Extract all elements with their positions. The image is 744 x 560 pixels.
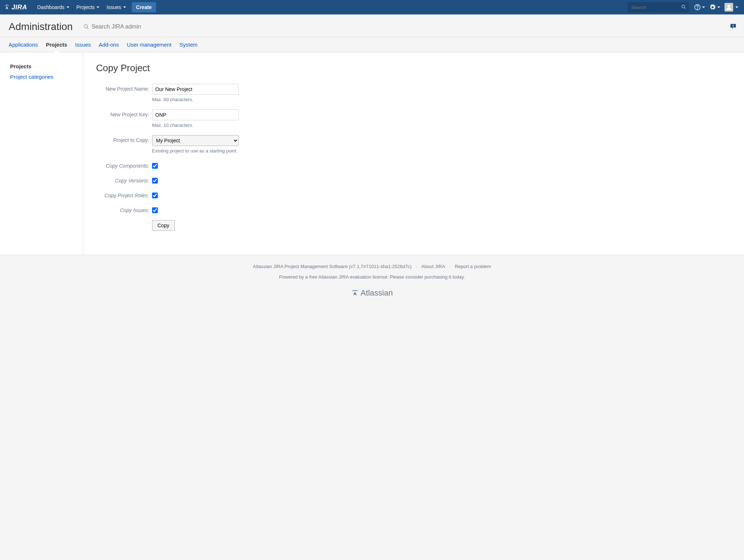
- row-copy-versions: Copy Versions:: [96, 176, 731, 185]
- label-project-name: New Project Name:: [96, 84, 152, 92]
- row-copy-components: Copy Components:: [96, 161, 731, 170]
- chevron-down-icon: [735, 7, 738, 8]
- svg-point-0: [7, 5, 8, 6]
- label-copy-versions: Copy Versions:: [96, 176, 152, 184]
- nav-projects[interactable]: Projects: [73, 0, 103, 14]
- nav-projects-label: Projects: [77, 4, 95, 10]
- top-nav: JIRA Dashboards Projects Issues Create: [0, 0, 744, 14]
- label-copy-roles: Copy Project Roles:: [96, 190, 152, 198]
- help-icon: [694, 4, 701, 10]
- footer-report-link[interactable]: Report a problem: [455, 264, 491, 269]
- hint-project-key: Max. 10 characters.: [152, 122, 259, 128]
- checkbox-copy-issues[interactable]: [152, 207, 158, 213]
- svg-line-9: [87, 27, 88, 29]
- select-project-to-copy[interactable]: My Project: [152, 135, 239, 146]
- nav-issues[interactable]: Issues: [103, 0, 129, 14]
- tab-issues[interactable]: Issues: [75, 37, 91, 52]
- chevron-down-icon: [123, 7, 126, 8]
- sidebar: Projects Project categories: [0, 52, 83, 255]
- jira-logo-text: JIRA: [12, 4, 27, 11]
- admin-title: Administration: [9, 21, 73, 33]
- row-project-key: New Project Key: Max. 10 characters.: [96, 109, 731, 133]
- copy-button[interactable]: Copy: [152, 220, 175, 231]
- svg-point-6: [697, 9, 697, 9]
- row-copy-roles: Copy Project Roles:: [96, 190, 731, 199]
- svg-rect-11: [733, 26, 734, 27]
- svg-point-1: [5, 5, 6, 6]
- svg-rect-10: [733, 25, 734, 26]
- nav-dashboards-label: Dashboards: [37, 4, 65, 10]
- chevron-down-icon: [702, 7, 705, 8]
- atlassian-logo-text: Atlassian: [360, 288, 393, 298]
- hint-project-to-copy: Existing project to use as a starting po…: [152, 148, 259, 154]
- footer-license: Powered by a free Atlassian JIRA evaluat…: [9, 274, 735, 280]
- admin-header: Administration: [0, 14, 744, 37]
- content: Copy Project New Project Name: Max. 80 c…: [83, 52, 744, 255]
- tab-system[interactable]: System: [179, 37, 198, 52]
- feedback-button[interactable]: [730, 23, 737, 31]
- footer-about-link[interactable]: About JIRA: [421, 264, 445, 269]
- label-project-to-copy: Project to Copy:: [96, 135, 152, 143]
- row-project-name: New Project Name: Max. 80 characters.: [96, 84, 731, 107]
- hint-project-name: Max. 80 characters.: [152, 97, 259, 102]
- svg-point-8: [84, 25, 87, 28]
- checkbox-copy-roles[interactable]: [152, 193, 158, 198]
- row-copy-issues: Copy Issues:: [96, 205, 731, 214]
- separator: ·: [449, 264, 451, 269]
- jira-logo[interactable]: JIRA: [4, 4, 27, 11]
- footer: Atlassian JIRA Project Management Softwa…: [0, 255, 744, 306]
- global-search-input[interactable]: [628, 2, 689, 12]
- atlassian-logo-icon: [351, 289, 359, 297]
- row-submit: Copy: [96, 220, 731, 231]
- svg-point-7: [727, 5, 730, 8]
- chevron-down-icon: [96, 7, 99, 8]
- jira-logo-icon: [4, 4, 10, 10]
- label-copy-issues: Copy Issues:: [96, 205, 152, 213]
- input-project-key[interactable]: [152, 109, 239, 120]
- label-copy-components: Copy Components:: [96, 161, 152, 169]
- nav-issues-label: Issues: [107, 4, 121, 10]
- svg-point-2: [8, 5, 9, 6]
- tab-addons[interactable]: Add-ons: [99, 37, 119, 52]
- nav-dashboards[interactable]: Dashboards: [34, 0, 73, 14]
- avatar: [724, 3, 733, 12]
- page-title: Copy Project: [96, 63, 731, 74]
- footer-software: Atlassian JIRA Project Management Softwa…: [253, 264, 411, 269]
- tab-projects[interactable]: Projects: [46, 37, 67, 52]
- checkbox-copy-components[interactable]: [152, 163, 158, 169]
- gear-icon: [709, 4, 716, 10]
- separator: ·: [416, 264, 417, 269]
- admin-search-wrap: [83, 23, 164, 30]
- label-project-key: New Project Key:: [96, 109, 152, 117]
- svg-point-3: [682, 5, 685, 8]
- main: Projects Project categories Copy Project…: [0, 52, 744, 255]
- checkbox-copy-versions[interactable]: [152, 178, 158, 184]
- search-icon: [83, 24, 89, 30]
- chevron-down-icon: [717, 7, 720, 8]
- admin-search-input[interactable]: [91, 23, 164, 30]
- settings-menu[interactable]: [709, 4, 720, 10]
- search-icon: [681, 4, 686, 10]
- tab-applications[interactable]: Applications: [9, 37, 38, 52]
- svg-line-4: [684, 8, 686, 9]
- footer-row-1: Atlassian JIRA Project Management Softwa…: [9, 264, 735, 269]
- sidebar-item-project-categories[interactable]: Project categories: [10, 72, 83, 82]
- atlassian-logo[interactable]: Atlassian: [9, 288, 735, 298]
- chevron-down-icon: [66, 7, 69, 8]
- admin-tabs: Applications Projects Issues Add-ons Use…: [0, 37, 744, 52]
- help-menu[interactable]: [694, 4, 705, 10]
- global-search-wrap: [628, 2, 689, 12]
- tab-user-management[interactable]: User management: [127, 37, 171, 52]
- create-button[interactable]: Create: [132, 2, 156, 12]
- sidebar-item-projects[interactable]: Projects: [10, 61, 83, 72]
- row-project-to-copy: Project to Copy: My Project Existing pro…: [96, 135, 731, 159]
- feedback-icon: [730, 23, 737, 30]
- user-menu[interactable]: [724, 3, 738, 12]
- input-project-name[interactable]: [152, 84, 239, 95]
